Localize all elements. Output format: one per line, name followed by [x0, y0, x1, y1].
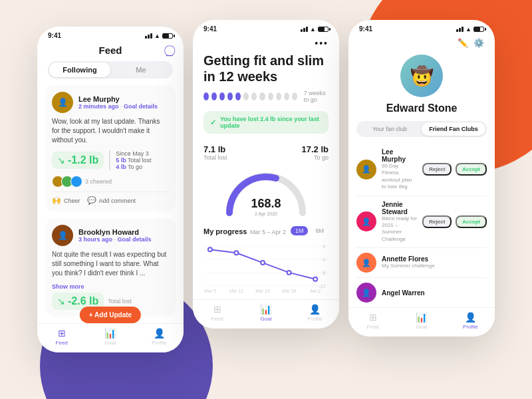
profile-nav-icon-1: 👤 [154, 328, 165, 338]
nav-feed-2[interactable]: ⊞ Feed [193, 304, 241, 322]
mini-avatar-3 [70, 176, 82, 188]
phone-feed: 9:41 ▲ Feed ⎯⃝ Following Me 👤 [37, 27, 184, 352]
feed-header: Feed ⎯⃝ [37, 42, 184, 61]
to-go-lbl: To go [302, 154, 329, 161]
wifi-icon: ▲ [154, 33, 160, 39]
weight-num-lee: -1.2 lb [68, 154, 98, 166]
status-icons-1: ▲ [145, 33, 173, 39]
dot-4 [227, 92, 233, 100]
goal-nav-icon-1: 📊 [104, 328, 116, 338]
total-lost-stat: 7.1 lb Total lost [203, 144, 227, 161]
goal-nav-icon-3: 📊 [416, 312, 427, 323]
fan-avatar-jennie: 👤 [356, 211, 376, 231]
feed-actions-lee: 🙌 Cheer 💬 Add comment [52, 192, 169, 205]
to-go-val: 17.2 lb [302, 144, 329, 154]
feed-toggle: Following Me [48, 61, 173, 78]
fan-info-jennie: Jennie Steward Bikini ready for 2021 – S… [382, 201, 417, 243]
since-date-lee: Since May 3 [116, 150, 151, 157]
weight-label-brooklyn: Total lost [108, 298, 132, 305]
dot-3 [219, 92, 225, 100]
status-time-2: 9:41 [203, 25, 217, 33]
update-banner: ✓ You have lost 2.4 lb since your last u… [203, 111, 329, 134]
user-name-lee: Lee Murphy [78, 95, 169, 103]
bottom-nav-2: ⊞ Feed 📊 Goal 👤 Profile [193, 299, 339, 329]
nav-feed-1[interactable]: ⊞ Feed [37, 328, 86, 346]
signal-icon-3 [456, 27, 464, 32]
edit-icon[interactable]: ✏️ [458, 38, 468, 48]
nav-profile-3[interactable]: 👤 Profile [446, 312, 495, 330]
avatar-lee: 👤 [52, 92, 73, 113]
wifi-icon-2: ▲ [310, 26, 316, 33]
accept-button-jennie[interactable]: Accept [456, 215, 487, 228]
status-bar-2: 9:41 ▲ [193, 20, 339, 35]
fan-item-lee: 👤 Lee Murphy 90 Day Fitness workout plan… [356, 144, 487, 196]
battery-icon-3 [473, 27, 484, 32]
svg-text:Mar 26: Mar 26 [282, 289, 297, 293]
svg-point-10 [208, 247, 212, 251]
tab-following[interactable]: Following [49, 63, 110, 77]
dot-12 [292, 92, 297, 100]
feed-nav-icon: ⊞ [58, 328, 66, 338]
nav-goal-1[interactable]: 📊 Goal [86, 328, 134, 346]
comment-button[interactable]: 💬 Add comment [87, 196, 136, 205]
gauge-svg: 168.8 2 Apr 2020 [219, 166, 313, 219]
nav-feed-3[interactable]: ⊞ Feed [348, 312, 397, 330]
feed-nav-label-2: Feed [211, 316, 223, 322]
feed-card-lee: 👤 Lee Murphy 2 minutes ago · Goal detail… [45, 85, 176, 211]
nav-profile-1[interactable]: 👤 Profile [135, 328, 184, 346]
fan-desc-jennie: Bikini ready for 2021 – Summer Challenge [382, 215, 417, 243]
card-header-brooklyn: 👤 Brooklyn Howard 3 hours ago · Goal det… [52, 225, 169, 246]
svg-text:Mar 5: Mar 5 [204, 289, 216, 293]
signal-icon-2 [301, 27, 308, 32]
total-lost-lbl: Total lost [203, 154, 227, 161]
phones-wrapper: 9:41 ▲ Feed ⎯⃝ Following Me 👤 [37, 27, 495, 352]
dot-8 [259, 92, 265, 100]
reject-button-jennie[interactable]: Reject [422, 215, 452, 228]
profile-header: ✏️ ⚙️ [348, 35, 495, 52]
tab-me[interactable]: Me [110, 63, 172, 77]
goal-progress: My progress Mar 5 – Apr 2 1M 6M 0 -4 -8 [193, 225, 339, 299]
profile-nav-icon-2: 👤 [309, 304, 321, 315]
accept-button-lee[interactable]: Accept [456, 163, 487, 176]
nav-goal-2[interactable]: 📊 Goal [241, 304, 290, 322]
svg-text:0: 0 [323, 244, 325, 249]
feed-title: Feed [98, 45, 122, 56]
period-1m[interactable]: 1M [291, 226, 309, 235]
profile-avatar: 🤠 [400, 55, 443, 97]
phone-profile: 9:41 ▲ ✏️ ⚙️ 🤠 Edward Stone Your fan clu… [348, 20, 495, 336]
fan-info-angel: Angel Warren [382, 289, 487, 297]
settings-icon[interactable]: ⚙️ [473, 38, 484, 48]
fan-item-jennie: 👤 Jennie Steward Bikini ready for 2021 –… [356, 196, 487, 249]
down-arrow-brooklyn: ↘ [57, 296, 65, 307]
dot-5 [235, 92, 241, 100]
weight-change-lee: ↘ -1.2 lb Since May 3 5 lb Total lost 4 … [52, 150, 169, 170]
fan-name-annette: Annette Flores [382, 255, 487, 263]
status-bar-3: 9:41 ▲ [348, 20, 495, 35]
nav-profile-2[interactable]: 👤 Profile [291, 304, 339, 322]
progress-dots: 7 weeks to go [193, 90, 339, 106]
battery-icon [162, 33, 173, 39]
gauge-container: 168.8 2 Apr 2020 [193, 164, 339, 225]
progress-title: My progress [203, 227, 247, 235]
bottom-nav-3: ⊞ Feed 📊 Goal 👤 Profile [348, 307, 495, 336]
tab-your-fan-club[interactable]: Your fan club [358, 122, 422, 136]
period-6m[interactable]: 6M [311, 226, 329, 235]
tab-friend-fan-clubs[interactable]: Friend Fan Clubs [422, 122, 485, 136]
cheered-text: 3 cheered [85, 178, 112, 185]
dot-9 [268, 92, 273, 100]
down-arrow-icon: ↘ [57, 155, 65, 166]
fan-avatar-lee: 👤 [356, 160, 376, 180]
signal-icon [145, 33, 152, 39]
card-text-brooklyn: Not quite the result I was expecting but… [52, 250, 169, 278]
status-time-1: 9:41 [48, 32, 61, 39]
profile-name: Edward Stone [348, 102, 495, 114]
reject-button-lee[interactable]: Reject [422, 163, 452, 176]
more-menu-icon[interactable]: ••• [315, 38, 329, 49]
weight-num-brooklyn: -2.6 lb [68, 295, 98, 307]
nav-goal-3[interactable]: 📊 Goal [397, 312, 446, 330]
share-icon[interactable]: ⎯⃝ [166, 45, 173, 57]
show-more-link[interactable]: Show more [52, 283, 169, 290]
fan-club-list: 👤 Lee Murphy 90 Day Fitness workout plan… [348, 144, 495, 307]
cheer-button[interactable]: 🙌 Cheer [52, 196, 80, 205]
add-update-fab[interactable]: + Add Update [80, 307, 141, 323]
